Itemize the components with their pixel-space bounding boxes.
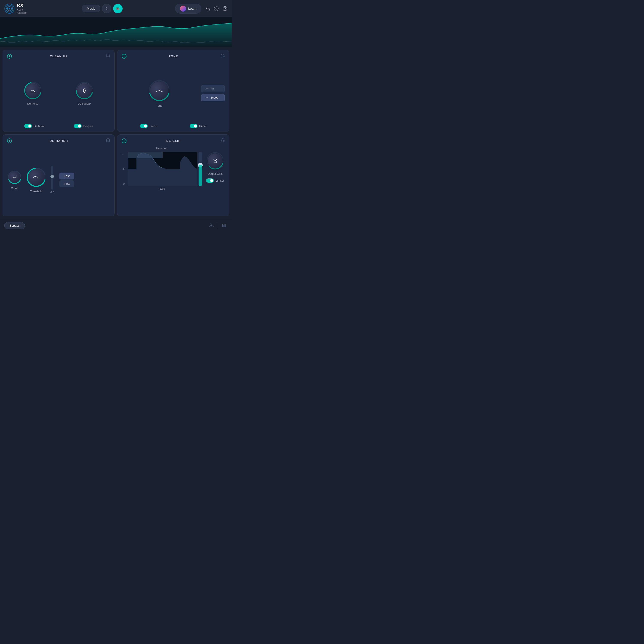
tone-title: TONE [126, 55, 220, 58]
waveform-area[interactable] [0, 17, 232, 47]
deharsh-listen-icon[interactable] [106, 138, 110, 143]
deharsh-threshold-knob[interactable] [26, 167, 47, 188]
limiter-toggle[interactable] [206, 178, 214, 183]
tilt-button[interactable]: Tilt [201, 85, 225, 92]
threshold-display: Threshold 0 -32 -64 [122, 147, 202, 190]
piano-icon [116, 7, 119, 10]
fast-slow-buttons: Fast Slow [59, 173, 74, 187]
music-label: Music [87, 7, 95, 10]
svg-line-32 [157, 91, 159, 91]
threshold-icon [32, 175, 40, 180]
tilt-label: Tilt [210, 87, 214, 90]
settings-icon [214, 6, 219, 11]
cutoff-knob-outer [7, 170, 22, 185]
scoop-button[interactable]: Scoop [201, 94, 225, 101]
tone-listen-icon[interactable] [220, 53, 225, 59]
tone-toggles: Lo-cut Hi-cut [122, 124, 225, 128]
cleanup-toggles: De-hum De-pick [7, 124, 110, 128]
deharsh-slider[interactable] [51, 166, 53, 190]
svg-text:NI: NI [222, 224, 226, 228]
logo-area: RX Repair Assistant [4, 3, 27, 14]
main-content: CLEAN UP [0, 47, 232, 219]
deharsh-title: DE-HARSH [12, 139, 106, 143]
undo-icon [206, 6, 210, 11]
cleanup-listen-icon[interactable] [106, 53, 110, 59]
tone-power-toggle[interactable] [122, 54, 126, 59]
svg-point-38 [14, 177, 15, 178]
cutoff-label: Cutoff [11, 187, 18, 190]
output-gain-icon [212, 158, 218, 163]
nav-right [206, 6, 228, 11]
music-button[interactable]: Music [82, 5, 100, 12]
declip-title: DE-CLIP [126, 139, 220, 143]
tone-knob-outer [147, 79, 171, 102]
bypass-label: Bypass [10, 224, 20, 227]
svg-point-31 [161, 91, 163, 92]
help-button[interactable] [222, 6, 228, 11]
threshold-vertical-slider[interactable] [199, 152, 202, 186]
denoise-knob-inner [25, 83, 40, 98]
denoise-knob[interactable] [23, 81, 43, 100]
declip-content: Threshold 0 -32 -64 [122, 147, 225, 213]
tone-panel: TONE [117, 50, 229, 132]
hicut-toggle[interactable] [190, 124, 197, 128]
svg-rect-41 [128, 152, 163, 158]
output-gain-knob-container: Output Gain [205, 151, 225, 175]
scoop-icon [205, 96, 209, 99]
scoop-label: Scoop [210, 96, 218, 99]
threshold-value: -22.9 [122, 187, 202, 190]
locut-toggle[interactable] [140, 124, 148, 128]
deharsh-threshold-knob-inner [28, 169, 45, 186]
cleanup-header: CLEAN UP [7, 53, 110, 59]
threshold-display-label: Threshold [122, 147, 202, 150]
deharsh-panel: DE-HARSH [3, 134, 115, 216]
logo-text: RX Repair Assistant [17, 3, 27, 14]
dehum-toggle[interactable] [24, 124, 32, 128]
output-gain-knob[interactable] [205, 151, 225, 170]
tone-icon [155, 88, 163, 93]
voice-mode-button[interactable] [102, 4, 111, 13]
learn-button[interactable]: Learn [175, 4, 201, 14]
deharsh-content: Cutoff [7, 147, 110, 213]
depick-toggle-row: De-pick [74, 124, 93, 128]
tone-header: TONE [122, 53, 225, 59]
deharsh-slider-value: 0.0 [50, 191, 54, 194]
svg-line-33 [160, 91, 161, 91]
fast-button[interactable]: Fast [59, 173, 74, 179]
ni-logo: NI [222, 223, 228, 228]
output-gain-knob-inner [208, 153, 223, 168]
bypass-button[interactable]: Bypass [4, 222, 25, 229]
rx-logo-icon [4, 3, 15, 14]
limiter-toggle-row: Limiter [206, 178, 224, 183]
declip-power-toggle[interactable] [122, 138, 126, 143]
cleanup-power-toggle[interactable] [7, 54, 12, 59]
tone-knob-inner [150, 81, 169, 100]
tone-label: Tone [156, 104, 162, 107]
svg-point-30 [159, 90, 160, 91]
hicut-toggle-row: Hi-cut [190, 124, 207, 128]
deharsh-threshold-knob-outer [26, 167, 47, 188]
desqueak-knob[interactable] [75, 81, 94, 100]
music-mode-button[interactable] [113, 4, 123, 13]
svg-rect-13 [117, 8, 117, 9]
desqueak-knob-outer [75, 81, 94, 100]
tone-knob[interactable] [147, 79, 171, 102]
undo-button[interactable] [206, 6, 210, 11]
threshold-slider-container [199, 152, 202, 186]
cutoff-knob[interactable] [7, 170, 22, 185]
deharsh-power-toggle[interactable] [7, 138, 12, 143]
hicut-label: Hi-cut [199, 125, 207, 128]
threshold-fill [199, 165, 202, 186]
settings-button[interactable] [214, 6, 219, 11]
slow-button[interactable]: Slow [59, 180, 74, 187]
depick-toggle[interactable] [74, 124, 82, 128]
cutoff-knob-container: Cutoff [7, 170, 22, 190]
svg-point-25 [84, 90, 85, 91]
desqueak-knob-inner [77, 83, 92, 98]
learn-icon [180, 6, 186, 12]
footer-right: NI [208, 222, 228, 229]
svg-line-45 [214, 159, 214, 160]
output-gain-label: Output Gain [208, 172, 223, 175]
declip-listen-icon[interactable] [220, 138, 225, 143]
denoise-icon [30, 88, 36, 93]
